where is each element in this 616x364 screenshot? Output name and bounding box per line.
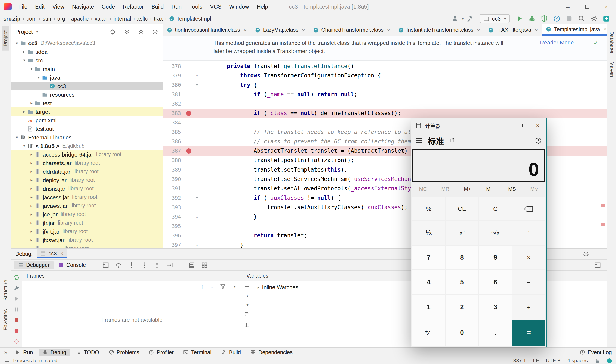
calc-key-equals[interactable]: = xyxy=(512,320,545,346)
tree-item-external-libraries[interactable]: ▾External Libraries xyxy=(11,133,163,142)
tree-item-jsse-jar[interactable]: ▸jsse.jarlibrary root xyxy=(11,244,163,248)
breakpoint-dot-icon[interactable] xyxy=(186,111,191,116)
restore-layout-icon[interactable] xyxy=(102,261,109,268)
menu-navigate[interactable]: Navigate xyxy=(68,1,98,12)
debug-session-tab[interactable]: cc3 × xyxy=(37,249,67,258)
breakpoint-gutter[interactable] xyxy=(185,90,193,99)
close-tab-icon[interactable]: × xyxy=(477,27,480,33)
calc-key-clear[interactable]: C xyxy=(479,197,512,221)
tree-item-src[interactable]: ▾src xyxy=(11,56,163,65)
breadcrumb-src-zip[interactable]: src.zip xyxy=(3,16,20,22)
memory-m[interactable]: M∨ xyxy=(523,186,545,192)
pause-icon[interactable] xyxy=(13,306,20,313)
tree-item-test[interactable]: ▸test xyxy=(11,99,163,107)
calc-key-square[interactable]: x² xyxy=(446,221,478,245)
tree-item-java[interactable]: ▾java xyxy=(11,73,163,82)
fold-icon[interactable]: ▿ xyxy=(193,71,201,80)
toolwindow-tab-project[interactable]: Project xyxy=(1,26,9,51)
chevron-right-icon[interactable]: ▸ xyxy=(28,178,35,182)
tree-item-jfr-jar[interactable]: ▸jfr.jarlibrary root xyxy=(11,219,163,227)
stop-process-icon[interactable] xyxy=(13,317,20,323)
calc-key-clear-entry[interactable]: CE xyxy=(446,197,478,221)
force-step-into-icon[interactable] xyxy=(141,261,148,268)
chevron-right-icon[interactable]: ▸ xyxy=(28,195,35,199)
close-session-icon[interactable]: × xyxy=(60,250,64,257)
toolwindow-tab-favorites[interactable]: Favorites xyxy=(1,305,9,335)
toolwindow-tab-database[interactable]: Database xyxy=(608,27,616,58)
close-tab-icon[interactable]: × xyxy=(387,27,390,33)
indent-setting[interactable]: 4 spaces xyxy=(567,358,588,364)
calc-key-backspace[interactable] xyxy=(512,197,545,221)
event-log-button[interactable]: Event Log xyxy=(579,349,612,355)
collapse-all-icon[interactable] xyxy=(138,28,144,35)
calc-key-six[interactable]: 6 xyxy=(479,270,512,295)
layout-settings-icon[interactable] xyxy=(594,261,601,268)
breakpoint-gutter[interactable] xyxy=(185,221,193,231)
tab-traxfilter-java[interactable]: CTrAXFilter.java× xyxy=(484,24,542,36)
toolwindow-debug[interactable]: Debug xyxy=(39,349,70,356)
menu-window[interactable]: Window xyxy=(225,1,253,12)
calc-key-multiply[interactable]: × xyxy=(512,245,545,270)
user-icon[interactable] xyxy=(451,15,458,22)
step-into-icon[interactable] xyxy=(128,261,135,268)
menu-file[interactable]: File xyxy=(14,1,31,12)
tree-item-main[interactable]: ▾main xyxy=(11,65,163,73)
menu-tools[interactable]: Tools xyxy=(185,1,206,12)
stripe-overflow-icon[interactable]: » xyxy=(4,349,7,355)
next-frame-icon[interactable]: ↓ xyxy=(210,283,213,290)
run-to-cursor-icon[interactable] xyxy=(166,261,173,268)
chevron-down-icon[interactable]: ▾ xyxy=(234,284,236,288)
chevron-down-icon[interactable]: ▾ xyxy=(21,58,27,63)
breakpoint-gutter[interactable] xyxy=(185,193,193,203)
chevron-right-icon[interactable]: ▸ xyxy=(21,50,27,54)
menu-edit[interactable]: Edit xyxy=(31,1,49,12)
breakpoint-gutter[interactable] xyxy=(185,80,193,90)
tree-item-test-out[interactable]: test.out xyxy=(11,124,163,133)
view-breakpoints-icon[interactable] xyxy=(13,328,20,334)
close-tab-icon[interactable]: × xyxy=(243,27,247,33)
code-line-378[interactable]: 378 private Translet getTransletInstance… xyxy=(163,62,607,71)
show-options-icon[interactable] xyxy=(244,322,250,328)
panel-settings-gear-icon[interactable] xyxy=(152,28,158,35)
memory-m[interactable]: M− xyxy=(479,186,501,192)
close-tab-icon[interactable]: × xyxy=(535,27,538,33)
filter-icon[interactable] xyxy=(220,283,226,289)
breakpoint-gutter[interactable] xyxy=(185,165,193,174)
tree-item-cc3[interactable]: Ccc3 xyxy=(11,82,163,90)
memory-m[interactable]: M+ xyxy=(457,186,479,192)
calc-key-eight[interactable]: 8 xyxy=(446,245,478,270)
minimize-icon[interactable]: – xyxy=(558,0,577,13)
caret-position[interactable]: 387:1 xyxy=(513,358,526,364)
settings-gear-icon[interactable] xyxy=(590,15,598,22)
menu-code[interactable]: Code xyxy=(98,1,119,12)
tree-item-charsets-jar[interactable]: ▸charsets.jarlibrary root xyxy=(11,159,163,167)
calc-minimize-icon[interactable]: – xyxy=(495,118,512,132)
chevron-right-icon[interactable]: ▸ xyxy=(28,246,35,248)
breadcrumb-sun[interactable]: sun xyxy=(43,16,51,22)
chevron-right-icon[interactable]: ▸ xyxy=(28,101,35,105)
calculator-titlebar[interactable]: 计算器 – × xyxy=(411,118,546,132)
previous-frame-icon[interactable]: ↑ xyxy=(201,283,204,290)
build-hammer-icon[interactable] xyxy=(466,15,473,22)
breakpoint-gutter[interactable] xyxy=(185,156,193,165)
calc-key-subtract[interactable]: − xyxy=(512,270,545,295)
calculator-mode[interactable]: 标准 xyxy=(428,134,444,146)
breadcrumb-xalan[interactable]: xalan xyxy=(95,16,108,22)
maximize-icon[interactable] xyxy=(577,0,597,13)
debug-settings-gear-icon[interactable] xyxy=(582,250,589,257)
chevron-right-icon[interactable]: ▸ xyxy=(28,169,35,174)
breakpoint-icon[interactable] xyxy=(185,146,193,156)
tab-lazymap-class[interactable]: CLazyMap.class× xyxy=(251,24,310,36)
fold-icon[interactable]: ▵ xyxy=(193,212,201,221)
close-tab-icon[interactable]: × xyxy=(603,26,607,33)
tab-instantiatetransformer-class[interactable]: CInstantiateTransformer.class× xyxy=(394,24,484,36)
code-line-381[interactable]: 381 if (_name == null) return null; xyxy=(163,90,607,99)
menu-build[interactable]: Build xyxy=(148,1,168,12)
breakpoint-gutter[interactable] xyxy=(185,62,193,71)
calc-key-one[interactable]: 1 xyxy=(412,295,445,320)
tab-console[interactable]: Console xyxy=(54,261,90,269)
move-down-icon[interactable]: ▾ xyxy=(246,303,248,307)
breakpoint-gutter[interactable] xyxy=(185,174,193,184)
step-over-icon[interactable] xyxy=(115,261,122,268)
line-ending[interactable]: LF xyxy=(533,358,539,364)
